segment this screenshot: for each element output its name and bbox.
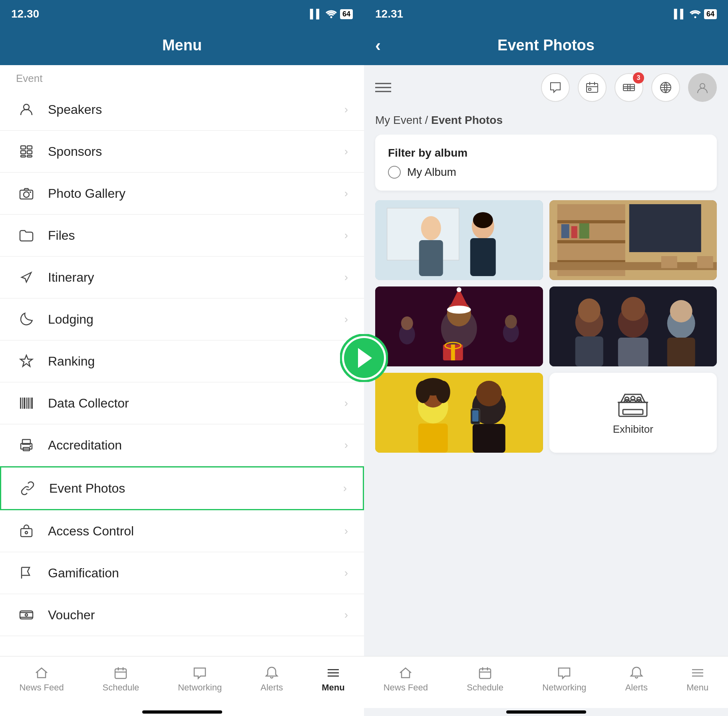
left-battery: 64 [340, 9, 353, 19]
right-content: Filter by album My Album [364, 135, 728, 656]
svg-point-65 [457, 287, 461, 292]
bell-icon [629, 666, 644, 680]
svg-rect-51 [561, 224, 569, 238]
svg-rect-23 [21, 529, 32, 537]
right-nav-news-feed[interactable]: News Feed [384, 666, 428, 693]
news-feed-label: News Feed [384, 682, 428, 693]
svg-rect-26 [115, 669, 126, 678]
itinerary-icon [16, 267, 37, 288]
svg-point-87 [416, 381, 430, 403]
nav-alerts[interactable]: Alerts [261, 666, 283, 693]
sidebar-item-lodging[interactable]: Lodging › [0, 298, 364, 340]
back-button[interactable]: ‹ [375, 36, 381, 55]
left-time: 12.30 [11, 8, 39, 20]
svg-point-25 [25, 614, 28, 616]
svg-rect-2 [21, 146, 26, 149]
news-feed-label: News Feed [19, 682, 64, 693]
svg-rect-17 [30, 398, 30, 409]
chat-icon [557, 666, 571, 680]
photo-5[interactable] [375, 373, 543, 453]
globe-button[interactable] [651, 73, 680, 102]
nav-news-feed[interactable]: News Feed [19, 666, 64, 693]
svg-rect-13 [22, 398, 23, 409]
svg-rect-83 [375, 373, 543, 453]
svg-marker-11 [20, 355, 32, 366]
svg-point-75 [578, 298, 600, 322]
home-icon [398, 666, 413, 680]
sidebar-item-photo-gallery[interactable]: Photo Gallery › [0, 173, 364, 215]
svg-rect-14 [24, 398, 25, 409]
data-collector-label: Data Collector [48, 396, 344, 411]
sidebar-item-access-control[interactable]: Access Control › [0, 510, 364, 552]
right-nav-networking[interactable]: Networking [542, 666, 586, 693]
svg-rect-99 [623, 410, 643, 414]
calendar-button[interactable] [578, 73, 607, 102]
svg-point-81 [670, 300, 692, 322]
svg-point-0 [330, 16, 332, 18]
photo-2[interactable] [549, 200, 717, 280]
photo-4[interactable] [549, 286, 717, 366]
left-status-icons: ▌▌ 64 [310, 9, 353, 19]
alerts-label: Alerts [261, 682, 283, 693]
svg-rect-56 [661, 256, 677, 268]
chat-button[interactable] [541, 73, 570, 102]
nav-schedule[interactable]: Schedule [103, 666, 139, 693]
home-icon [34, 666, 49, 680]
link-icon [17, 478, 38, 499]
sidebar-item-gamification[interactable]: Gamification › [0, 552, 364, 594]
svg-rect-3 [27, 146, 32, 149]
itinerary-label: Itinerary [48, 270, 344, 285]
sidebar-item-sponsors[interactable]: Sponsors › [0, 131, 364, 173]
hamburger-menu-icon[interactable] [375, 82, 391, 93]
photo-grid: Exhibitor [375, 200, 717, 453]
sidebar-item-itinerary[interactable]: Itinerary › [0, 257, 364, 298]
right-toolbar: 3 [364, 65, 728, 110]
filter-option[interactable]: My Album [388, 166, 704, 179]
breadcrumb-parent: My Event [375, 114, 422, 126]
svg-rect-89 [418, 424, 448, 453]
sidebar-item-ranking[interactable]: Ranking › [0, 340, 364, 382]
exhibitor-card[interactable]: Exhibitor [549, 373, 717, 453]
photo-3[interactable] [375, 286, 543, 366]
right-nav-menu[interactable]: Menu [686, 666, 708, 693]
nav-networking[interactable]: Networking [178, 666, 222, 693]
sidebar-item-event-photos[interactable]: Event Photos › [0, 466, 364, 510]
svg-rect-92 [473, 424, 505, 453]
chevron-icon: › [344, 609, 348, 621]
svg-point-43 [473, 212, 493, 228]
user-avatar[interactable] [688, 73, 717, 102]
person-icon [16, 99, 37, 120]
sidebar-item-data-collector[interactable]: Data Collector › [0, 382, 364, 424]
nav-menu[interactable]: Menu [322, 666, 344, 693]
photo-1[interactable] [375, 200, 543, 280]
chat-icon [193, 666, 207, 680]
ticket-button[interactable]: 3 [615, 73, 643, 102]
svg-rect-67 [451, 344, 455, 360]
sidebar-item-speakers[interactable]: Speakers › [0, 89, 364, 131]
voucher-label: Voucher [48, 608, 344, 623]
networking-label: Networking [542, 682, 586, 693]
svg-rect-94 [472, 410, 479, 422]
sidebar-item-accreditation[interactable]: Accreditation › [0, 424, 364, 466]
sidebar-item-files[interactable]: Files › [0, 215, 364, 257]
printer-icon [16, 435, 37, 455]
left-panel: 12.30 ▌▌ 64 Menu Event [0, 0, 364, 716]
right-panel: 12.31 ▌▌ 64 ‹ Event Photos [364, 0, 728, 716]
chevron-icon: › [344, 145, 348, 158]
navigation-arrow[interactable] [340, 334, 388, 382]
chevron-icon: › [344, 525, 348, 537]
left-bottom-nav: News Feed Schedule Networking [0, 656, 364, 708]
right-status-icons: ▌▌ 64 [674, 9, 717, 19]
radio-my-album[interactable] [388, 166, 401, 179]
menu-lines-icon [690, 666, 705, 680]
ranking-label: Ranking [48, 354, 344, 369]
svg-rect-15 [26, 398, 27, 409]
svg-rect-52 [571, 226, 577, 238]
sidebar-item-voucher[interactable]: Voucher › [0, 594, 364, 636]
section-label: Event [0, 65, 364, 89]
right-nav-alerts[interactable]: Alerts [625, 666, 648, 693]
svg-rect-12 [20, 398, 21, 409]
right-nav-schedule[interactable]: Schedule [467, 666, 503, 693]
chevron-icon: › [344, 313, 348, 326]
svg-point-30 [694, 16, 696, 18]
